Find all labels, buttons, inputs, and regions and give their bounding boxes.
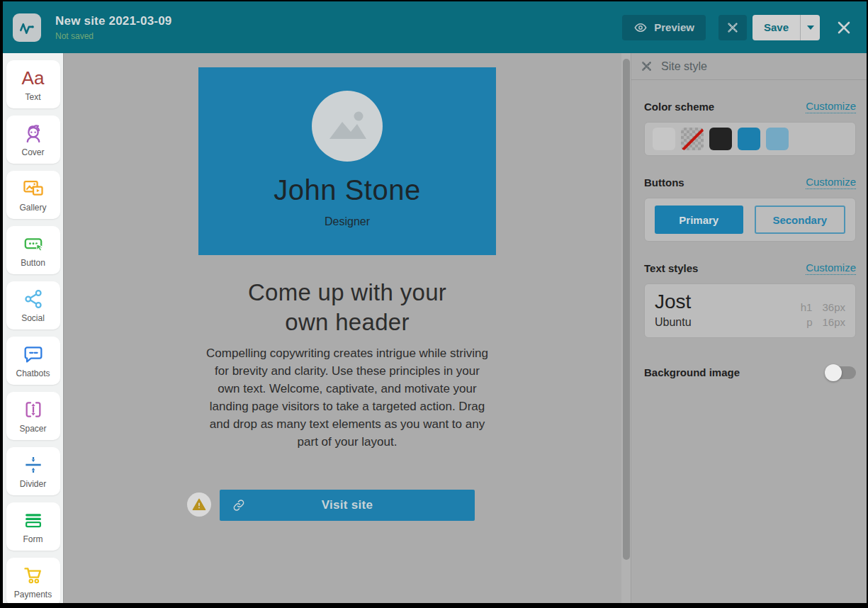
gallery-icon: [21, 177, 45, 200]
background-image-label: Background image: [644, 366, 740, 378]
text-icon: Aa: [22, 69, 45, 87]
swatch-black[interactable]: [709, 128, 732, 150]
close-button[interactable]: [833, 16, 855, 39]
eye-icon: [633, 21, 648, 35]
button-icon: [21, 232, 45, 255]
swatch-blue[interactable]: [738, 128, 760, 150]
p-font-name: Ubuntu: [655, 316, 692, 329]
chatbot-bubble-icon: [22, 343, 45, 366]
form-icon: [22, 509, 45, 531]
text-styles-label: Text styles: [644, 262, 698, 274]
swatch-gray[interactable]: [653, 128, 675, 150]
site-title: New site 2021-03-09: [55, 14, 622, 28]
swatch-transparent[interactable]: [681, 128, 704, 150]
canvas-heading[interactable]: Come up with your own header: [230, 278, 464, 337]
brush-pencil-icon: [640, 60, 653, 73]
widget-sidebar: Aa Text Cover: [3, 53, 64, 603]
cover-name[interactable]: John Stone: [274, 174, 420, 206]
swatch-light-blue[interactable]: [766, 128, 789, 150]
h1-font-name: Jost: [655, 291, 692, 313]
sidebar-item-button[interactable]: Button: [6, 226, 60, 274]
canvas-scrollbar: [621, 53, 631, 603]
chevron-down-icon: [807, 26, 814, 30]
page-canvas: John Stone Designer Come up with your ow…: [64, 53, 631, 603]
background-image-toggle[interactable]: [826, 366, 856, 379]
background-image-row: Background image: [644, 366, 856, 379]
sidebar-item-payments[interactable]: Payments: [6, 558, 60, 603]
site-style-panel: Site style Color scheme Customize B: [631, 53, 867, 603]
preview-button[interactable]: Preview: [622, 15, 706, 40]
sidebar-item-divider[interactable]: Divider: [6, 447, 60, 495]
visit-button-row: Visit site: [220, 490, 475, 521]
payments-cart-icon: [21, 564, 45, 587]
buttons-label: Buttons: [644, 176, 684, 188]
spacer-icon: [22, 398, 45, 421]
visit-site-label: Visit site: [246, 498, 449, 512]
buttons-customize-link[interactable]: Customize: [806, 176, 856, 189]
top-bar: New site 2021-03-09 Not saved Preview Sa…: [3, 1, 867, 53]
sidebar-item-gallery[interactable]: Gallery: [6, 171, 60, 219]
font-sizes: h1 36px p 16px: [798, 291, 845, 329]
h1-size: 36px: [822, 301, 845, 313]
sidebar-item-label: Cover: [21, 147, 44, 157]
sidebar-item-text[interactable]: Aa Text: [6, 60, 60, 108]
sidebar-item-label: Spacer: [19, 424, 46, 434]
h1-tag: h1: [798, 301, 812, 313]
font-names: Jost Ubuntu: [655, 291, 692, 329]
sidebar-item-chatbots[interactable]: Chatbots: [6, 337, 60, 385]
sidebar-item-social[interactable]: Social: [6, 281, 60, 330]
topbar-actions: Preview Save: [622, 15, 855, 40]
visit-site-button[interactable]: Visit site: [220, 490, 475, 521]
p-tag: p: [798, 316, 812, 328]
link-icon: [232, 498, 246, 512]
sidebar-item-form[interactable]: Form: [6, 502, 60, 551]
save-split-button: Save: [753, 15, 820, 40]
social-share-icon: [22, 288, 45, 310]
cover-role[interactable]: Designer: [325, 215, 370, 228]
sidebar-item-label: Form: [23, 534, 43, 544]
preview-label: Preview: [654, 21, 694, 33]
sidebar-item-label: Text: [25, 92, 40, 102]
color-swatches: [644, 122, 856, 156]
avatar[interactable]: [312, 91, 383, 162]
save-button[interactable]: Save: [753, 15, 800, 40]
color-scheme-customize-link[interactable]: Customize: [806, 100, 856, 113]
sidebar-item-spacer[interactable]: Spacer: [6, 392, 60, 440]
sidebar-item-cover[interactable]: Cover: [6, 116, 60, 164]
sidebar-item-label: Divider: [20, 479, 46, 489]
editor-body: Aa Text Cover: [3, 53, 867, 603]
save-dropdown-button[interactable]: [801, 15, 820, 40]
text-styles-box[interactable]: Jost Ubuntu h1 36px p 16px: [644, 283, 856, 338]
scrollbar-thumb[interactable]: [623, 59, 630, 560]
toggle-knob: [825, 364, 842, 381]
sidebar-item-label: Chatbots: [16, 368, 50, 378]
color-scheme-label: Color scheme: [644, 101, 714, 113]
cover-icon: [22, 122, 45, 145]
color-scheme-header: Color scheme Customize: [644, 100, 856, 113]
brush-pencil-icon: [726, 21, 740, 35]
site-editor-window: New site 2021-03-09 Not saved Preview Sa…: [3, 1, 867, 603]
text-styles-customize-link[interactable]: Customize: [806, 261, 856, 275]
pulse-icon: [18, 18, 36, 37]
buttons-header: Buttons Customize: [644, 176, 856, 189]
canvas-body-text[interactable]: Compelling copywriting creates intrigue …: [205, 345, 490, 451]
image-placeholder-icon: [312, 91, 383, 162]
panel-title: Site style: [661, 60, 707, 73]
primary-button-preview[interactable]: Primary: [655, 206, 743, 234]
panel-header: Site style: [631, 53, 867, 80]
sidebar-item-label: Payments: [14, 590, 52, 599]
divider-icon: [22, 454, 45, 476]
secondary-button-preview[interactable]: Secondary: [755, 206, 846, 234]
button-styles: Primary Secondary: [644, 198, 856, 242]
close-icon: [835, 19, 852, 36]
sidebar-item-label: Button: [21, 258, 45, 268]
warning-badge[interactable]: [187, 492, 211, 517]
cover-block[interactable]: John Stone Designer: [198, 67, 496, 255]
sidebar-item-label: Gallery: [19, 203, 46, 213]
title-block: New site 2021-03-09 Not saved: [55, 14, 622, 41]
save-status: Not saved: [55, 31, 622, 41]
p-size: 16px: [822, 316, 845, 328]
site-style-button[interactable]: [718, 15, 747, 40]
text-styles-header: Text styles Customize: [644, 261, 856, 275]
sidebar-item-label: Social: [21, 313, 45, 323]
